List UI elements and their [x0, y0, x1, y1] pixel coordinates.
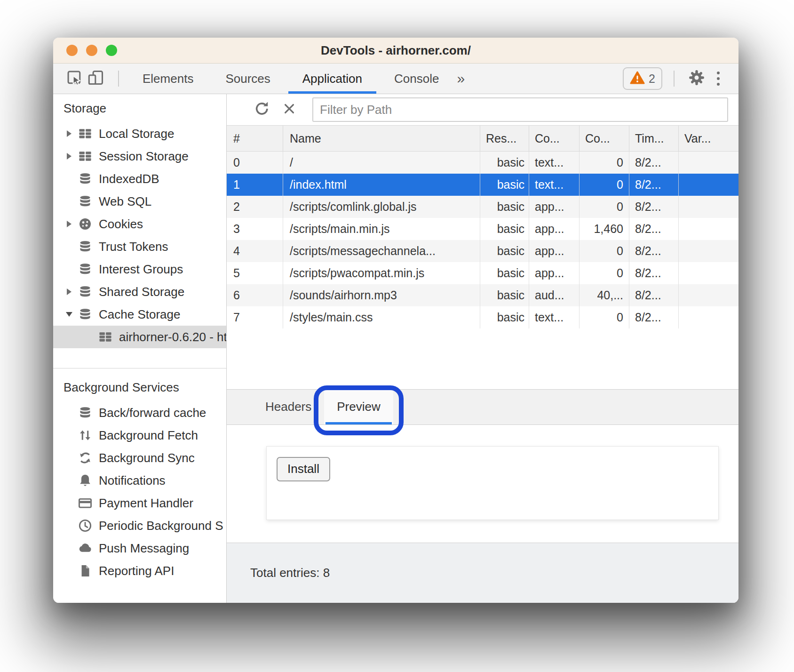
devtools-toolbar: Elements Sources Application Console » — [53, 64, 738, 94]
cell-content-type: app... — [529, 240, 580, 262]
sidebar-item-push-messaging[interactable]: Push Messaging — [53, 537, 226, 560]
cell-name: /scripts/messagechannela... — [283, 240, 480, 262]
subtab-preview[interactable]: Preview — [324, 390, 393, 424]
refresh-icon — [253, 99, 271, 120]
table-row[interactable]: 0 / basic text... 0 8/2... — [227, 152, 738, 174]
sidebar-item-label: Background Sync — [99, 451, 195, 465]
column-header-response-type[interactable]: Res... — [480, 126, 529, 151]
sidebar-item-session-storage[interactable]: Session Storage — [53, 145, 226, 168]
table-row[interactable]: 5 /scripts/pwacompat.min.js basic app...… — [227, 262, 738, 284]
toggle-device-toolbar-button[interactable] — [85, 68, 107, 89]
sidebar-item-local-storage[interactable]: Local Storage — [53, 122, 226, 145]
sidebar-item-label: Local Storage — [99, 127, 174, 141]
table-row[interactable]: 6 /sounds/airhorn.mp3 basic aud... 40,..… — [227, 284, 738, 306]
tab-console[interactable]: Console — [392, 64, 441, 94]
database-icon — [78, 405, 93, 420]
warning-triangle-icon — [630, 70, 645, 87]
disclosure-arrow-icon — [61, 288, 78, 295]
clear-button[interactable] — [278, 99, 300, 120]
inspect-element-button[interactable] — [64, 68, 85, 89]
sidebar-item-back-forward-cache[interactable]: Back/forward cache — [53, 401, 226, 424]
sidebar-item-airhorner-0-6-20-ht[interactable]: airhorner-0.6.20 - ht — [53, 326, 226, 348]
table-row[interactable]: 3 /scripts/main.min.js basic app... 1,46… — [227, 218, 738, 240]
sidebar-item-cache-storage[interactable]: Cache Storage — [53, 303, 226, 326]
more-tabs-button[interactable]: » — [457, 71, 465, 87]
customize-menu-button[interactable] — [707, 68, 729, 89]
sidebar-item-label: IndexedDB — [99, 172, 159, 186]
issues-warning-badge[interactable]: 2 — [623, 67, 662, 90]
cell-number: 4 — [227, 240, 283, 262]
sidebar-item-reporting-api[interactable]: Reporting API — [53, 560, 226, 582]
sidebar-item-interest-groups[interactable]: Interest Groups — [53, 258, 226, 280]
sync-icon — [78, 450, 93, 465]
table-header-row: # Name Res... Co... Co... Tim... Var... — [227, 125, 738, 152]
install-button[interactable]: Install — [277, 457, 330, 481]
database-icon — [78, 194, 93, 209]
cell-time-cached: 8/2... — [629, 284, 679, 306]
device-toolbar-icon — [87, 68, 105, 89]
tab-label: Sources — [225, 72, 270, 86]
storage-section-heading: Storage — [53, 94, 226, 122]
status-footer: Total entries: 8 — [227, 543, 738, 603]
table-row[interactable]: 4 /scripts/messagechannela... basic app.… — [227, 240, 738, 262]
tab-elements[interactable]: Elements — [141, 64, 195, 94]
sidebar-item-payment-handler[interactable]: Payment Handler — [53, 492, 226, 514]
cache-storage-panel: # Name Res... Co... Co... Tim... Var... … — [227, 94, 738, 603]
document-icon — [78, 563, 93, 578]
toolbar-left — [53, 68, 130, 89]
table-row[interactable]: 2 /scripts/comlink.global.js basic app..… — [227, 196, 738, 218]
sidebar-item-indexeddb[interactable]: IndexedDB — [53, 168, 226, 190]
sidebar-item-periodic-background-s[interactable]: Periodic Background S — [53, 514, 226, 537]
sidebar-item-label: Cookies — [99, 217, 143, 232]
cell-vary — [679, 174, 738, 196]
cell-content-type: text... — [529, 174, 580, 196]
cell-number: 0 — [227, 152, 283, 174]
cell-name: /scripts/pwacompat.min.js — [283, 262, 480, 284]
column-header-vary[interactable]: Var... — [679, 126, 738, 151]
toolbar-divider — [118, 71, 119, 87]
cell-response-type: basic — [480, 262, 529, 284]
disclosure-arrow-icon — [61, 153, 78, 160]
sidebar-item-label: Cache Storage — [99, 307, 180, 322]
sidebar-item-web-sql[interactable]: Web SQL — [53, 190, 226, 213]
payment-card-icon — [78, 496, 93, 511]
subtab-headers[interactable]: Headers — [253, 390, 324, 424]
cell-content-type: text... — [529, 306, 580, 328]
cookie-icon — [78, 216, 93, 232]
filter-by-path-input[interactable] — [312, 97, 728, 122]
table-row[interactable]: 7 /styles/main.css basic text... 0 8/2..… — [227, 306, 738, 328]
sidebar-item-trust-tokens[interactable]: Trust Tokens — [53, 235, 226, 258]
cell-content-length: 0 — [580, 240, 629, 262]
cell-response-type: basic — [480, 174, 529, 196]
table-icon — [98, 329, 113, 344]
subtab-label: Headers — [265, 400, 311, 414]
column-header-number[interactable]: # — [227, 126, 283, 151]
database-icon — [78, 262, 93, 277]
sidebar-item-background-sync[interactable]: Background Sync — [53, 447, 226, 469]
column-header-content-type[interactable]: Co... — [529, 126, 580, 151]
sidebar-item-shared-storage[interactable]: Shared Storage — [53, 280, 226, 303]
tab-sources[interactable]: Sources — [223, 64, 272, 94]
settings-button[interactable] — [686, 68, 707, 89]
table-row[interactable]: 1 /index.html basic text... 0 8/2... — [227, 174, 738, 196]
column-header-content-length[interactable]: Co... — [580, 126, 629, 151]
refresh-button[interactable] — [251, 99, 273, 120]
background-services-tree: Back/forward cache Background Fetch Ba — [53, 401, 226, 582]
cell-time-cached: 8/2... — [629, 218, 679, 240]
cell-content-type: app... — [529, 218, 580, 240]
cache-entries-table: 0 / basic text... 0 8/2... 1 /index.html — [227, 152, 738, 328]
cell-content-length: 0 — [580, 262, 629, 284]
cell-name: /sounds/airhorn.mp3 — [283, 284, 480, 306]
bell-icon — [78, 473, 93, 488]
cell-time-cached: 8/2... — [629, 262, 679, 284]
column-header-name[interactable]: Name — [283, 126, 480, 151]
cell-number: 7 — [227, 306, 283, 328]
sidebar-item-notifications[interactable]: Notifications — [53, 469, 226, 492]
column-header-time-cached[interactable]: Tim... — [629, 126, 679, 151]
sidebar-item-label: Web SQL — [99, 194, 151, 209]
sidebar-item-cookies[interactable]: Cookies — [53, 213, 226, 235]
sidebar-item-label: Periodic Background S — [99, 519, 223, 533]
window-title: DevTools - airhorner.com/ — [53, 38, 738, 63]
tab-application[interactable]: Application — [301, 64, 364, 94]
sidebar-item-background-fetch[interactable]: Background Fetch — [53, 424, 226, 447]
